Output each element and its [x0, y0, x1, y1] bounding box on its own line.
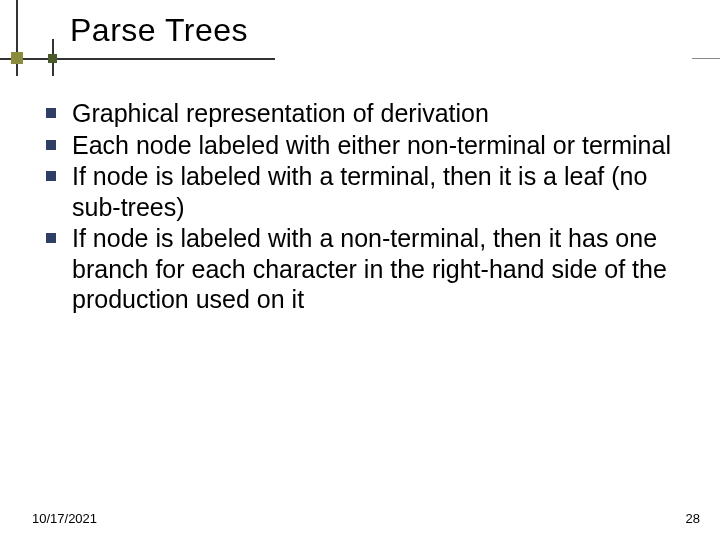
- slide-content: Graphical representation of derivation E…: [0, 80, 720, 315]
- vertical-rule-long: [16, 0, 18, 76]
- horizontal-rule-right: [692, 58, 720, 59]
- decorative-lines: [0, 0, 720, 80]
- title-area: Parse Trees: [0, 0, 720, 80]
- bullet-list: Graphical representation of derivation E…: [40, 98, 692, 315]
- footer-page-number: 28: [686, 511, 700, 526]
- square-accent-icon: [11, 52, 23, 64]
- bullet-item: If node is labeled with a non-terminal, …: [40, 223, 692, 315]
- bullet-item: Each node labeled with either non-termin…: [40, 130, 692, 161]
- square-accent-icon: [48, 54, 57, 63]
- bullet-item: If node is labeled with a terminal, then…: [40, 161, 692, 222]
- horizontal-rule: [0, 58, 275, 60]
- bullet-item: Graphical representation of derivation: [40, 98, 692, 129]
- footer-date: 10/17/2021: [32, 511, 97, 526]
